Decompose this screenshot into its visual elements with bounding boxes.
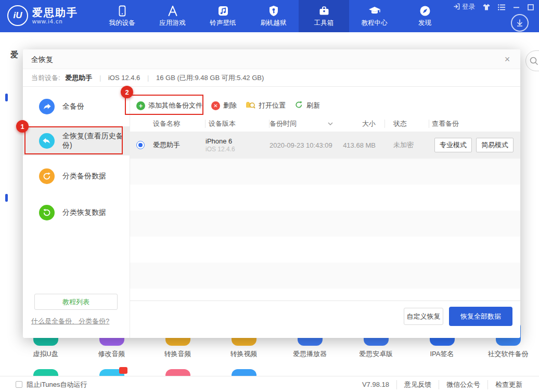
nav-tab-discover[interactable]: 发现 [400, 0, 450, 32]
open-location-icon [246, 100, 255, 111]
sidebar-item-full-restore[interactable]: 全恢复(查看历史备份) [23, 126, 130, 155]
backup-table-row[interactable]: 爱思助手 iPhone 6 iOS 12.4.6 2020-09-23 10:4… [130, 132, 520, 159]
nav-tab-my-devices[interactable]: 我的设备 [97, 0, 147, 32]
refresh-label: 刷新 [306, 101, 320, 110]
full-backup-icon [39, 99, 55, 114]
shield-key-icon [267, 5, 280, 17]
nav-tab-apps-games[interactable]: 应用游戏 [147, 0, 198, 32]
nav-tab-toolbox[interactable]: 工具箱 [299, 0, 349, 32]
section-marker [5, 94, 8, 101]
table-empty-row [130, 237, 520, 263]
radio-cell [130, 141, 151, 149]
professional-mode-button[interactable]: 专业模式 [434, 138, 472, 152]
app-label[interactable]: 虚拟U盘 [33, 349, 58, 359]
chevron-down-icon[interactable] [328, 122, 333, 125]
sidebar-item-label: 分类备份数据 [62, 172, 106, 181]
backup-table-header: 设备名称 设备版本 备份时间 大小 状态 查看备份 [130, 117, 520, 130]
nav-tab-label: 应用游戏 [160, 19, 186, 28]
block-itunes-checkbox[interactable] [16, 381, 22, 388]
app-label[interactable]: 社交软件备份 [488, 349, 529, 359]
column-device-name[interactable]: 设备名称 [151, 120, 206, 128]
row-backup-time: 2020-09-23 10:43:09 [270, 141, 338, 149]
full-restore-icon [39, 133, 55, 149]
full-restore-dialog: 全恢复 × 当前设备: 爱思助手 | iOS 12.4.6 | 16 GB (已… [23, 49, 520, 338]
dialog-titlebar: 全恢复 × [23, 49, 520, 69]
category-backup-icon [39, 168, 55, 184]
status-bar: 阻止iTunes自动运行 V7.98.18 意见反馈 微信公众号 检查更新 [0, 376, 539, 392]
logo-subtitle: www.i4.cn [32, 18, 78, 24]
minimize-icon[interactable] [514, 4, 520, 10]
login-button[interactable]: 登录 [453, 3, 475, 11]
maximize-icon[interactable] [528, 4, 534, 10]
page-heading-partial: 爱 [10, 50, 21, 60]
radio-column-header [130, 120, 151, 128]
delete-label: 删除 [223, 101, 237, 110]
refresh-icon [294, 100, 303, 111]
device-storage: 16 GB (已用:9.48 GB 可用:5.42 GB) [156, 74, 264, 82]
app-label[interactable]: 爱思播放器 [293, 349, 327, 359]
what-is-backup-link[interactable]: 什么是全备份、分类备份? [31, 317, 109, 326]
menu-list-icon[interactable] [498, 4, 506, 10]
restore-all-data-button[interactable]: 恢复全部数据 [449, 307, 512, 326]
delete-button[interactable]: ✕ 删除 [211, 101, 237, 110]
open-location-button[interactable]: 打开位置 [246, 100, 286, 111]
nav-tab-tutorial-center[interactable]: 教程中心 [349, 0, 400, 32]
open-location-label: 打开位置 [259, 101, 286, 110]
graduation-cap-icon [368, 5, 381, 17]
app-label[interactable]: 转换视频 [230, 349, 258, 359]
column-label: 备份时间 [270, 120, 297, 128]
custom-restore-button[interactable]: 自定义恢复 [404, 308, 443, 325]
nav-tab-label: 发现 [418, 19, 431, 28]
column-view-backup: 查看备份 [429, 120, 520, 128]
column-status[interactable]: 状态 [385, 120, 429, 128]
app-label[interactable]: 爱思安卓版 [359, 349, 393, 359]
table-empty-row [130, 263, 520, 289]
new-badge [119, 367, 127, 374]
app-label[interactable]: IPA签名 [430, 349, 454, 359]
table-empty-row [130, 159, 520, 185]
sidebar-item-category-restore[interactable]: 分类恢复数据 [23, 201, 130, 224]
column-backup-time[interactable]: 备份时间 [270, 120, 338, 128]
row-radio-selected[interactable] [136, 141, 145, 149]
footer-divider [130, 300, 520, 301]
close-icon[interactable]: × [502, 54, 513, 65]
dialog-content: + 添加其他备份文件 ✕ 删除 打开位置 刷新 [130, 87, 520, 338]
add-icon: + [136, 101, 145, 110]
login-icon [453, 3, 460, 11]
table-empty-row [130, 211, 520, 237]
app-label[interactable]: 转换音频 [164, 349, 191, 359]
logo-title: 爱思助手 [32, 7, 78, 18]
sidebar-item-full-backup[interactable]: 全备份 [23, 95, 130, 118]
column-device-version[interactable]: 设备版本 [206, 120, 270, 128]
add-backup-file-button[interactable]: + 添加其他备份文件 [136, 101, 202, 110]
app-logo[interactable]: iU 爱思助手 www.i4.cn [7, 5, 78, 26]
search-input[interactable] [525, 50, 539, 71]
nav-tab-label: 工具箱 [314, 19, 334, 28]
sidebar-item-category-backup[interactable]: 分类备份数据 [23, 165, 130, 188]
category-restore-icon [39, 205, 55, 220]
check-update-link[interactable]: 检查更新 [487, 380, 530, 389]
app-label[interactable]: 修改音频 [98, 349, 125, 359]
simple-mode-button[interactable]: 简易模式 [476, 138, 514, 152]
nav-tab-label: 教程中心 [362, 19, 388, 28]
device-name: 爱思助手 [65, 74, 92, 82]
wechat-official-link[interactable]: 微信公众号 [439, 380, 487, 389]
column-size[interactable]: 大小 [338, 120, 385, 128]
backup-toolbar: + 添加其他备份文件 ✕ 删除 打开位置 刷新 [136, 96, 320, 115]
annotation-badge-step1: 1 [16, 120, 29, 133]
device-info-label: 当前设备: [31, 74, 60, 82]
tutorial-list-button[interactable]: 教程列表 [34, 294, 118, 310]
compass-icon [419, 5, 431, 17]
refresh-button[interactable]: 刷新 [294, 100, 320, 111]
dialog-sidebar: 全备份 全恢复(查看历史备份) 分类备份数据 分类恢复数据 教程列表 什么是全备… [23, 87, 130, 338]
nav-tab-flash-jailbreak[interactable]: 刷机越狱 [248, 0, 299, 32]
nav-tab-ringtones-wallpapers[interactable]: 铃声壁纸 [198, 0, 248, 32]
feedback-link[interactable]: 意见反馈 [396, 380, 439, 389]
download-manager-button[interactable] [511, 14, 529, 32]
theme-skin-icon[interactable] [483, 4, 490, 10]
table-empty-row [130, 185, 520, 211]
separator: | [99, 74, 101, 82]
delete-icon: ✕ [211, 101, 220, 110]
block-itunes-label[interactable]: 阻止iTunes自动运行 [27, 380, 87, 389]
row-device-version: iPhone 6 iOS 12.4.6 [206, 137, 270, 153]
